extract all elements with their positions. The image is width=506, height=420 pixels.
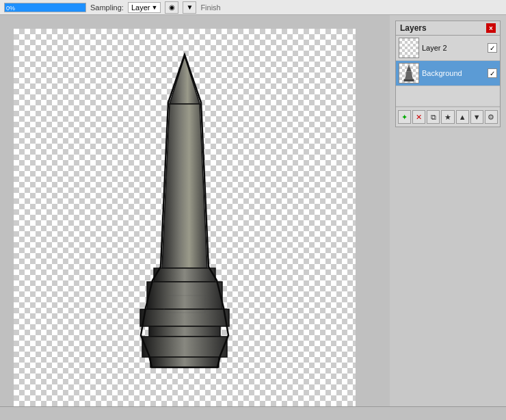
layer-item-layer2[interactable]: Layer 2 ✓: [396, 36, 500, 61]
layer-options-button[interactable]: ⚙: [485, 110, 498, 124]
canvas-container: [14, 29, 356, 406]
svg-rect-6: [142, 337, 227, 357]
svg-rect-5: [149, 326, 220, 337]
layers-close-button[interactable]: ×: [486, 23, 496, 33]
layers-empty-space: [396, 86, 500, 107]
progress-bar: 0%: [4, 3, 86, 12]
svg-marker-0: [170, 56, 200, 104]
svg-marker-11: [405, 71, 412, 79]
background-name: Background: [422, 69, 485, 77]
status-bar: [0, 406, 506, 420]
svg-rect-2: [154, 268, 215, 282]
right-panel: Layers × Layer 2 ✓: [390, 15, 506, 406]
toolbar: 0% Sampling: Layer ▼ ◉ ▼ Finish: [0, 0, 506, 15]
svg-rect-12: [404, 79, 414, 81]
layers-panel: Layers × Layer 2 ✓: [395, 21, 501, 127]
layer-item-background[interactable]: Background ✓: [396, 61, 500, 86]
layer2-thumb-checker: [399, 38, 418, 57]
monument-layer: [14, 29, 356, 406]
main-area: Layers × Layer 2 ✓: [0, 15, 506, 406]
layer-effects-button[interactable]: ★: [441, 110, 454, 124]
toolbar-icon-btn-1[interactable]: ◉: [165, 1, 178, 14]
move-up-button[interactable]: ▲: [456, 110, 469, 124]
layer-dropdown[interactable]: Layer ▼: [128, 2, 161, 13]
svg-marker-1: [162, 104, 207, 268]
delete-layer-button[interactable]: ✕: [412, 110, 425, 124]
canvas-area[interactable]: [0, 15, 390, 406]
svg-rect-7: [150, 357, 219, 367]
layers-header: Layers ×: [396, 21, 500, 36]
layer2-thumb: [399, 38, 419, 58]
sampling-label: Sampling:: [90, 3, 124, 12]
toolbar-icon-btn-2[interactable]: ▼: [183, 1, 196, 14]
progress-label: 0%: [6, 3, 15, 13]
background-visibility[interactable]: ✓: [488, 68, 497, 78]
background-thumb: [399, 63, 419, 83]
background-thumb-svg: [399, 64, 418, 83]
svg-rect-4: [140, 309, 229, 326]
layer2-name: Layer 2: [422, 44, 485, 52]
dropdown-arrow: ▼: [151, 4, 157, 11]
move-down-button[interactable]: ▼: [470, 110, 483, 124]
finish-label: Finish: [200, 3, 220, 12]
layer2-visibility[interactable]: ✓: [488, 43, 497, 53]
duplicate-layer-button[interactable]: ⧉: [427, 110, 440, 124]
monument-svg: [116, 49, 253, 391]
new-layer-button[interactable]: ✦: [398, 110, 411, 124]
layers-title: Layers: [400, 23, 427, 33]
layer-toolbar: ✦ ✕ ⧉ ★ ▲ ▼ ⚙: [396, 107, 500, 127]
svg-marker-10: [406, 65, 411, 71]
